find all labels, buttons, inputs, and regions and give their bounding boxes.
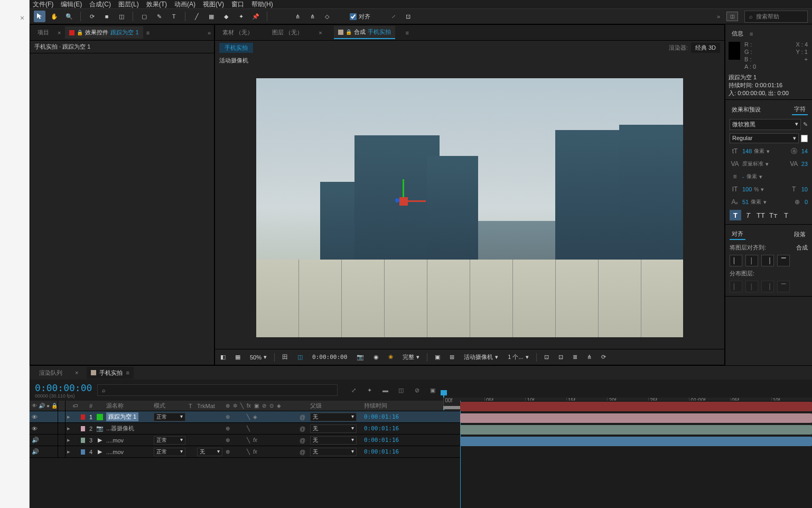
timeline-search[interactable]: ⌕ <box>97 384 338 396</box>
roi-icon[interactable]: ▣ <box>433 353 442 362</box>
reset-exposure-icon[interactable]: ⟳ <box>599 353 608 362</box>
draft3d-icon[interactable]: ✦ <box>364 385 375 395</box>
grid-icon[interactable]: ⊞ <box>447 353 456 362</box>
parent-dropdown[interactable]: 无▾ <box>310 413 357 421</box>
menu-file[interactable]: 文件(F) <box>33 0 53 9</box>
layer-color-chip[interactable] <box>81 438 85 443</box>
pickwhip-icon[interactable]: @ <box>300 426 305 432</box>
tab-info[interactable]: 信息 <box>730 29 745 39</box>
panel-menu-icon[interactable]: ≡ <box>406 30 409 36</box>
axis-view-icon[interactable]: ◇ <box>321 11 333 22</box>
menu-help[interactable]: 帮助(H) <box>251 0 273 9</box>
tab-close-icon[interactable]: × <box>57 30 62 36</box>
anchor-switch-icon[interactable]: ⊕ <box>226 426 230 431</box>
close-icon[interactable]: × <box>20 14 24 22</box>
views-dropdown[interactable]: 1 个... ▾ <box>506 352 530 362</box>
y-axis-arrow[interactable] <box>403 179 404 197</box>
pickwhip-icon[interactable]: @ <box>300 437 305 444</box>
trkmat-dropdown[interactable]: 无▾ <box>197 448 222 456</box>
motion-blur-icon[interactable]: ⊘ <box>412 385 422 395</box>
col-parent[interactable]: 父级 <box>309 401 362 411</box>
3d-switch-icon[interactable]: ◈ <box>253 414 257 420</box>
superscript-button[interactable]: T <box>780 210 792 220</box>
speaker-icon[interactable]: 🔊 <box>32 448 39 455</box>
selection-tool[interactable] <box>34 11 45 22</box>
comp-flowchart-link[interactable]: 手机实拍 <box>219 43 253 53</box>
label-column-icon[interactable]: 🏷 <box>73 403 78 409</box>
pan-behind-tool[interactable]: ◫ <box>116 11 127 22</box>
track-bar[interactable] <box>460 424 812 435</box>
tab-align[interactable]: 对齐 <box>730 229 745 240</box>
shape-tool[interactable]: ▢ <box>138 11 150 22</box>
parent-dropdown[interactable]: 无▾ <box>310 424 357 433</box>
tab-viewer-layer[interactable]: 图层 （无） <box>268 26 307 39</box>
menu-animation[interactable]: 动画(A) <box>174 0 195 9</box>
blend-mode-dropdown[interactable]: 正常▾ <box>154 436 185 445</box>
zoom-tool[interactable]: 🔍 <box>63 11 75 22</box>
menu-layer[interactable]: 图层(L) <box>118 0 139 9</box>
tsume-value[interactable]: 0 <box>805 199 808 205</box>
layer-name[interactable]: ....mov <box>105 435 152 446</box>
anchor-switch-icon[interactable]: ⊕ <box>226 437 230 443</box>
resolution-dropdown[interactable]: 完整 ▾ <box>400 352 422 362</box>
parent-dropdown[interactable]: 无▾ <box>310 436 357 445</box>
shy-icon[interactable]: ▬ <box>380 385 390 395</box>
track-bar[interactable] <box>460 413 812 423</box>
tab-project[interactable]: 项目 <box>33 26 53 39</box>
alpha-toggle-icon[interactable]: ◧ <box>218 353 228 362</box>
italic-button[interactable]: T <box>742 210 754 220</box>
tab-effect-controls[interactable]: 🔒 效果控件 跟踪为空 1 <box>65 26 143 39</box>
eye-column-icon[interactable]: 👁 <box>32 403 37 409</box>
comp-mini-flow-icon[interactable]: ⤢ <box>348 385 359 395</box>
snap-edge-icon[interactable]: ⟋ <box>387 11 399 22</box>
tracking-value[interactable]: 23 <box>801 161 808 167</box>
tab-composition[interactable]: 🔒 合成 手机实拍 <box>334 26 395 39</box>
x-axis-arrow[interactable] <box>407 200 426 202</box>
help-search[interactable]: ⌕ 搜索帮助 <box>744 11 808 23</box>
tab-material[interactable]: 素材 （无） <box>218 26 257 39</box>
anchor-switch-icon[interactable]: ⊕ <box>226 414 230 420</box>
layer-row[interactable]: 👁▸1跟踪为空 1正常▾⊕ ╲ ◈@无▾0:00:01:16 <box>30 411 460 423</box>
puppet-tool[interactable]: 📌 <box>250 11 262 22</box>
align-left-button[interactable]: ▏ <box>730 255 742 266</box>
text-tool[interactable]: T <box>168 11 180 22</box>
snap-checkbox[interactable]: 对齐 <box>350 13 370 21</box>
kerning-dropdown[interactable]: 度量标准 <box>742 160 763 168</box>
expand-arrow-icon[interactable]: ▸ <box>67 413 70 420</box>
layer-name[interactable]: ....mov <box>105 446 152 457</box>
workspace-switch[interactable]: ◫ <box>726 12 738 21</box>
panel-menu-icon[interactable]: ≡ <box>750 31 753 37</box>
transparency-grid-icon[interactable]: ▦ <box>233 353 242 362</box>
tab-render-queue[interactable]: 渲染队列 <box>35 367 67 379</box>
expand-arrow-icon[interactable]: ▸ <box>67 437 70 444</box>
pixel-aspect-icon[interactable]: ⊡ <box>542 353 551 362</box>
color-mgmt-icon[interactable]: ❀ <box>386 353 395 362</box>
menu-window[interactable]: 窗口 <box>231 0 244 9</box>
current-time[interactable]: 0:00:00:00 <box>310 353 349 362</box>
track-bar[interactable] <box>460 401 812 412</box>
bold-button[interactable]: T <box>730 210 741 220</box>
vscale-value[interactable]: 100 <box>742 186 752 192</box>
col-mode[interactable]: 模式 <box>152 401 187 411</box>
menu-composition[interactable]: 合成(C) <box>89 0 111 9</box>
font-style-dropdown[interactable]: Regular▾ <box>730 133 799 143</box>
camera-tool[interactable]: ■ <box>101 11 113 22</box>
panel-menu-icon[interactable]: ≡ <box>126 370 129 376</box>
fill-color-swatch[interactable] <box>801 135 808 142</box>
font-family-dropdown[interactable]: 微软雅黑▾ <box>730 119 801 130</box>
layer-name[interactable]: ...器摄像机 <box>105 423 152 434</box>
speaker-icon[interactable]: 🔊 <box>32 437 39 444</box>
eraser-tool[interactable]: ◆ <box>220 11 232 22</box>
col-source-name[interactable]: 源名称 <box>105 401 152 411</box>
eyedropper-icon[interactable]: ✎ <box>803 121 808 128</box>
baseline-value[interactable]: 51 <box>742 199 749 205</box>
anchor-switch-icon[interactable]: ⊕ <box>226 449 230 455</box>
snap-grid-icon[interactable]: ⊡ <box>402 11 414 22</box>
col-trkmat[interactable]: TrkMat <box>195 401 224 411</box>
orbit-tool[interactable]: ⟳ <box>86 11 98 22</box>
snapshot-icon[interactable]: 📷 <box>354 353 366 362</box>
pen-tool[interactable]: ✎ <box>153 11 165 22</box>
blend-mode-dropdown[interactable]: 正常▾ <box>154 448 185 456</box>
menu-edit[interactable]: 编辑(E) <box>61 0 82 9</box>
fx-switch-icon[interactable]: fx <box>253 449 257 455</box>
